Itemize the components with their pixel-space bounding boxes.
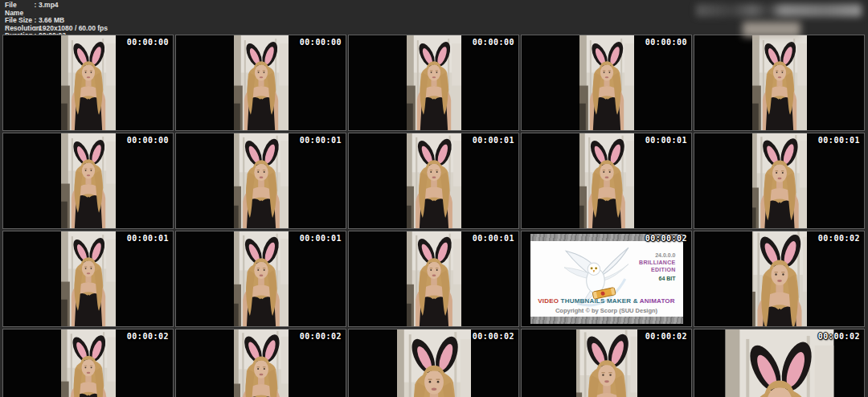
thumbnail-cell-r1c3: 00:00:00: [348, 35, 519, 131]
thumbnail-cell-r4c2: 00:00:02: [175, 329, 346, 397]
video-frame-thumbnail: [752, 133, 807, 228]
timestamp-overlay: 00:00:00: [473, 38, 514, 47]
timestamp-overlay: 00:00:01: [127, 234, 169, 243]
video-frame-thumbnail: [234, 133, 289, 228]
watermark-band-bottom: [530, 317, 683, 324]
thumbnail-grid: 00:00:00 00:00:00: [2, 35, 865, 397]
video-frame-thumbnail: [752, 231, 807, 326]
file-size-row: File Size : 3.66 MB: [0, 17, 868, 25]
thumbnail-cell-r1c5: [694, 35, 865, 131]
timestamp-overlay: 00:00:02: [818, 332, 860, 341]
thumbnail-cell-r3c5: 00:00:02: [694, 231, 865, 327]
video-frame-thumbnail: [234, 329, 289, 397]
video-frame-thumbnail: [407, 35, 461, 130]
timestamp-overlay: 00:00:00: [127, 136, 169, 145]
timestamp-overlay: 00:00:02: [818, 234, 860, 243]
timestamp-overlay: 00:00:01: [473, 136, 514, 145]
thumbnail-cell-r2c5: 00:00:01: [694, 133, 865, 229]
timestamp-overlay: 00:00:00: [127, 38, 169, 47]
file-info-header: File Name : 3.mp4 File Size : 3.66 MB Re…: [0, 0, 868, 33]
thumbnail-cell-r2c3: 00:00:01: [348, 133, 519, 229]
resolution-row: Resolution : 1920x1080 / 60.00 fps: [0, 25, 868, 33]
video-frame-thumbnail: [234, 231, 289, 326]
timestamp-overlay: 00:00:02: [127, 332, 169, 341]
vtm-title: VIDEO THUMBNAILS MAKER & ANIMATOR: [530, 297, 683, 305]
timestamp-overlay: 00:00:01: [300, 136, 342, 145]
timestamp-overlay: 00:00:00: [300, 38, 342, 47]
thumbnail-cell-r3c3: 00:00:01: [348, 231, 519, 327]
vtm-bits: 64 BIT: [626, 275, 676, 282]
vtm-splash-frame: 24.0.0.0 BRILLIANCE EDITION 64 BIT VIDEO…: [530, 234, 683, 324]
thumbnail-cell-r2c2: 00:00:01: [175, 133, 346, 229]
vtm-version: 24.0.0.0: [626, 252, 676, 259]
video-frame-thumbnail: [61, 329, 116, 397]
thumbnail-cell-r1c1: 00:00:00: [2, 35, 174, 131]
video-frame-thumbnail: [61, 133, 116, 228]
thumbnail-cell-r1c4: 00:00:00: [521, 35, 692, 131]
separator: :: [32, 2, 39, 17]
vtm-version-block: 24.0.0.0 BRILLIANCE EDITION 64 BIT: [626, 252, 676, 282]
video-frame-thumbnail: [61, 231, 116, 326]
video-frame-thumbnail: [407, 133, 461, 228]
video-frame-thumbnail: [752, 35, 807, 130]
file-name-label: File Name: [5, 2, 32, 17]
timestamp-overlay: 00:00:02: [645, 332, 687, 341]
thumbnail-cell-r3c2: 00:00:01: [175, 231, 346, 327]
vtm-title-part: VIDEO: [538, 297, 560, 305]
thumbnail-cell-r4c4: 00:00:02: [521, 329, 692, 397]
thumbnail-cell-r3c1: 00:00:01: [2, 231, 174, 327]
file-name-value: 3.mp4: [39, 2, 59, 17]
timestamp-overlay: 00:00:01: [473, 234, 514, 243]
vtm-title-part: THUMBNAILS MAKER: [561, 297, 633, 305]
thumbnail-cell-r4c3: 00:00:02: [348, 329, 519, 397]
timestamp-overlay: 00:00:00: [645, 38, 687, 47]
thumbnail-cell-r4c1: 00:00:02: [2, 329, 174, 397]
video-frame-thumbnail: [407, 231, 461, 326]
video-frame-thumbnail: [234, 35, 289, 130]
thumbnail-cell-r3c4: 24.0.0.0 BRILLIANCE EDITION 64 BIT VIDEO…: [521, 231, 692, 327]
thumbnail-cell-r1c2: 00:00:00: [175, 35, 346, 131]
video-frame-thumbnail: [579, 35, 634, 130]
video-frame-thumbnail: [61, 35, 116, 130]
video-frame-thumbnail: [397, 329, 471, 397]
thumbnail-cell-r4c5: 00:00:02: [694, 329, 865, 397]
thumbnail-cell-r2c4: 00:00:01: [521, 133, 692, 229]
video-frame-thumbnail: [579, 133, 634, 228]
timestamp-overlay: 00:00:01: [645, 136, 687, 145]
video-frame-thumbnail: [576, 329, 637, 397]
vtm-edition: BRILLIANCE EDITION: [626, 259, 676, 273]
vtm-copyright: Copyright © by Scorp (SUU Design): [530, 307, 683, 314]
timestamp-overlay: 00:00:02: [645, 234, 687, 243]
timestamp-overlay: 00:00:01: [818, 136, 860, 145]
timestamp-overlay: 00:00:02: [300, 332, 342, 341]
video-frame-thumbnail: [725, 329, 833, 397]
file-name-row: File Name : 3.mp4: [0, 0, 868, 17]
timestamp-overlay: 00:00:02: [473, 332, 514, 341]
vtm-title-part: ANIMATOR: [640, 297, 675, 305]
thumbnail-cell-r2c1: 00:00:00: [2, 133, 174, 229]
timestamp-overlay: 00:00:01: [300, 234, 342, 243]
